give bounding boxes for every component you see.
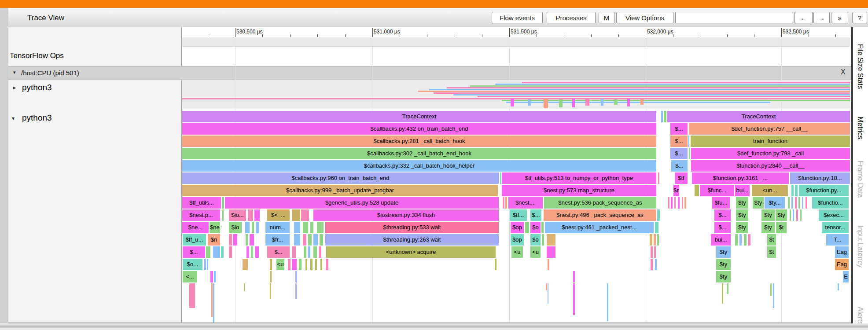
trace-event-sliver[interactable] bbox=[211, 283, 213, 317]
trace-event-block[interactable]: Eag bbox=[835, 246, 849, 258]
trace-event-block[interactable]: $nest.p... bbox=[182, 209, 220, 221]
trace-event-sliver[interactable] bbox=[607, 283, 608, 321]
trace-event-sliver[interactable] bbox=[270, 283, 271, 299]
trace-event-block[interactable]: $tf_utils.py:513 to_numpy_or_python_type bbox=[502, 172, 656, 184]
close-icon[interactable]: X bbox=[841, 68, 846, 76]
trace-event-sliver[interactable] bbox=[773, 283, 774, 308]
trace-event-block[interactable] bbox=[573, 271, 575, 282]
trace-event-block[interactable] bbox=[221, 246, 224, 258]
trace-event-block[interactable] bbox=[304, 246, 306, 258]
trace-event-block[interactable]: num... bbox=[265, 222, 290, 233]
trace-event-block[interactable] bbox=[800, 209, 802, 221]
trace-event-block[interactable] bbox=[294, 234, 300, 246]
trace-event-block[interactable]: $threading.py:263 wait bbox=[325, 234, 499, 246]
tab-frame-data[interactable]: Frame Data bbox=[856, 161, 864, 198]
tab-alerts[interactable]: Alerts bbox=[856, 307, 864, 325]
trace-event-block[interactable] bbox=[292, 259, 297, 270]
view-options-button[interactable]: View Options bbox=[616, 12, 673, 23]
trace-event-block[interactable] bbox=[805, 197, 807, 209]
trace-event-block[interactable]: $callbacks.py:432 on_train_batch_end bbox=[182, 123, 656, 135]
trace-event-block[interactable]: $ty bbox=[753, 197, 764, 209]
trace-event-block[interactable] bbox=[308, 234, 312, 246]
sidebar-item-python3-collapsed[interactable]: python3 bbox=[22, 83, 52, 92]
trace-event-block[interactable]: $<_... bbox=[267, 209, 290, 221]
trace-event-block[interactable]: Eag bbox=[835, 259, 849, 270]
trace-event-block[interactable]: $generic_utils.py:528 update bbox=[225, 197, 499, 209]
trace-event-block[interactable] bbox=[256, 222, 259, 233]
trace-event-block[interactable]: $ty... bbox=[765, 197, 785, 209]
trace-event-block[interactable]: $ty bbox=[716, 271, 731, 282]
trace-event-block[interactable]: TraceContext bbox=[667, 111, 850, 122]
trace-event-sliver[interactable] bbox=[573, 283, 575, 315]
trace-event-block[interactable]: $ty bbox=[761, 209, 775, 221]
trace-event-block[interactable] bbox=[292, 246, 296, 258]
trace-event-block[interactable] bbox=[500, 172, 501, 184]
trace-event-block[interactable]: $iostream.py:334 flush bbox=[313, 209, 499, 221]
trace-event-block[interactable] bbox=[695, 185, 699, 196]
trace-event-sliver[interactable] bbox=[213, 283, 214, 325]
trace-event-block[interactable] bbox=[658, 172, 659, 184]
trace-event-block[interactable]: $nest.py:573 map_structure bbox=[502, 185, 656, 196]
trace-event-block[interactable]: $function.py:18... bbox=[790, 172, 850, 184]
search-input[interactable] bbox=[675, 12, 793, 23]
trace-event-block[interactable] bbox=[690, 136, 690, 147]
trace-event-block[interactable]: $ne bbox=[210, 222, 220, 233]
trace-event-block[interactable] bbox=[303, 234, 306, 246]
trace-event-block[interactable] bbox=[222, 197, 224, 209]
trace-event-block[interactable] bbox=[668, 197, 669, 209]
trace-event-block[interactable] bbox=[547, 234, 555, 246]
trace-event-block[interactable] bbox=[206, 246, 210, 258]
trace-event-block[interactable]: $... bbox=[267, 246, 290, 258]
nav-forward-button[interactable]: → bbox=[813, 12, 830, 23]
trace-event-block[interactable]: $... bbox=[530, 209, 541, 221]
trace-event-block[interactable] bbox=[319, 246, 321, 258]
trace-event-block[interactable]: $o bbox=[530, 222, 541, 233]
trace-event-block[interactable]: $function.py... bbox=[799, 185, 849, 196]
trace-event-block[interactable]: $function.py:3161 _... bbox=[692, 172, 789, 184]
trace-event-block[interactable] bbox=[664, 111, 666, 122]
trace-event-block[interactable]: $ty bbox=[716, 246, 731, 258]
trace-event-block[interactable] bbox=[678, 197, 680, 209]
trace-event-block[interactable] bbox=[310, 259, 313, 270]
trace-event-sliver[interactable] bbox=[722, 283, 723, 304]
trace-event-block[interactable]: $def_function.py:757 __call__ bbox=[689, 123, 850, 135]
trace-event-block[interactable] bbox=[503, 197, 504, 209]
trace-event-block[interactable]: $exec... bbox=[819, 209, 849, 221]
trace-event-sliver[interactable] bbox=[295, 283, 297, 299]
trace-event-block[interactable] bbox=[222, 209, 224, 221]
trace-event-block[interactable]: $io... bbox=[229, 209, 246, 221]
trace-event-block[interactable]: $t bbox=[776, 222, 787, 233]
trace-event-block[interactable] bbox=[207, 259, 208, 270]
trace-event-sliver[interactable] bbox=[548, 283, 548, 304]
trace-event-sliver[interactable] bbox=[770, 283, 772, 296]
trace-event-block[interactable]: $... bbox=[671, 160, 688, 172]
trace-event-block[interactable]: $... bbox=[670, 148, 688, 159]
trace-event-block[interactable] bbox=[547, 246, 555, 258]
trace-event-block[interactable]: $ty bbox=[761, 222, 775, 233]
trace-event-block[interactable]: <unknown> acquire bbox=[326, 246, 496, 258]
trace-event-block[interactable]: bui... bbox=[711, 234, 731, 246]
trace-event-block[interactable]: <... bbox=[183, 271, 197, 282]
trace-event-block[interactable] bbox=[689, 148, 690, 159]
trace-event-block[interactable]: $... bbox=[714, 222, 731, 233]
trace-event-block[interactable] bbox=[651, 259, 653, 270]
trace-event-block[interactable] bbox=[213, 246, 220, 258]
trace-event-block[interactable] bbox=[305, 259, 307, 270]
trace-event-block[interactable]: $ty bbox=[736, 222, 748, 233]
trace-event-block[interactable] bbox=[671, 197, 673, 209]
trace-event-block[interactable]: $functio... bbox=[812, 197, 849, 209]
trace-event-block[interactable] bbox=[541, 222, 544, 233]
trace-event-block[interactable]: $t bbox=[767, 246, 776, 258]
trace-event-block[interactable] bbox=[320, 234, 323, 246]
trace-event-block[interactable] bbox=[326, 259, 328, 270]
trace-event-block[interactable] bbox=[246, 246, 249, 258]
trace-event-block[interactable]: $nest.py:461 _packed_nest... bbox=[545, 222, 654, 233]
trace-event-block[interactable] bbox=[204, 259, 206, 270]
trace-event-block[interactable] bbox=[791, 197, 793, 209]
trace-event-block[interactable]: $o bbox=[530, 234, 541, 246]
trace-event-block[interactable]: <u bbox=[276, 259, 284, 270]
trace-event-block[interactable]: $fr... bbox=[265, 234, 290, 246]
trace-event-block[interactable] bbox=[254, 209, 260, 221]
nav-back-button[interactable]: ← bbox=[794, 12, 813, 23]
trace-event-block[interactable]: $callbacks.py:999 _batch_update_progbar bbox=[182, 185, 498, 196]
